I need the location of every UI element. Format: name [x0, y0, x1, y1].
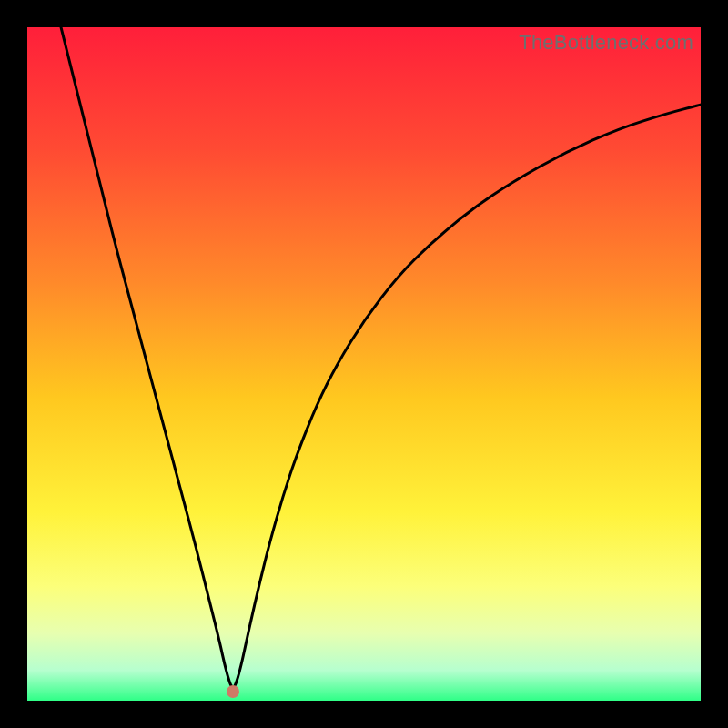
- chart-plot: [27, 27, 701, 701]
- chart-frame: TheBottleneck.com: [27, 27, 701, 701]
- gradient-background: [27, 27, 701, 701]
- optimal-point-marker: [227, 685, 239, 698]
- watermark-text: TheBottleneck.com: [519, 31, 693, 55]
